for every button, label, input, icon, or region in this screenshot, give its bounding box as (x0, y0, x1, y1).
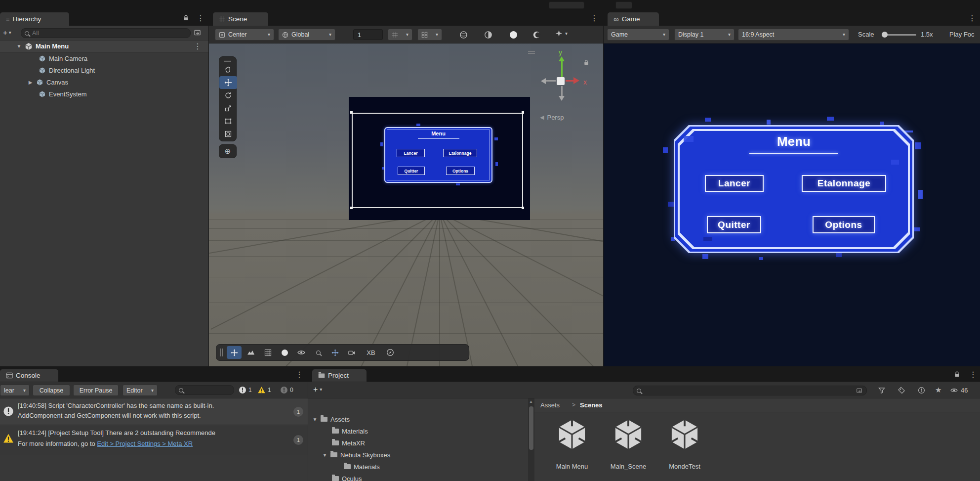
scene-menu-button[interactable]: Etalonnage (443, 149, 477, 157)
rect-handle[interactable] (522, 207, 524, 209)
toolbar-button-clipped[interactable] (549, 1, 584, 9)
tree-row[interactable]: Materials (308, 425, 528, 437)
game-menu-button-options[interactable]: Options (813, 216, 875, 233)
foldout-icon[interactable]: ▼ (322, 452, 327, 458)
axis-negy-arrowhead[interactable] (559, 96, 565, 101)
search-filter-icon[interactable] (856, 388, 863, 394)
scene-audio-icon[interactable] (510, 31, 517, 39)
scale-slider[interactable] (882, 32, 916, 38)
scroll-up-icon[interactable]: ▲ (529, 399, 533, 404)
overlay-visibility-button[interactable] (294, 346, 309, 359)
tab-console[interactable]: Console (0, 369, 58, 382)
tab-hierarchy[interactable]: ≡ Hierarchy (0, 12, 69, 26)
foldout-icon[interactable]: ▼ (312, 417, 318, 422)
tab-scene[interactable]: Scene (213, 12, 268, 26)
hierarchy-search-input[interactable] (32, 30, 187, 37)
overlay-terrain-button[interactable] (244, 346, 258, 359)
console-log-entry[interactable]: [19:40:58] Script 'CharacterController' … (0, 398, 308, 425)
hierarchy-menu-icon[interactable]: ⋮ (197, 14, 204, 22)
asset-item[interactable]: Main Menu (545, 416, 599, 476)
overlay-compass-button[interactable] (383, 346, 398, 359)
scale-tool-button[interactable] (219, 102, 237, 115)
tab-project[interactable]: Project (312, 369, 367, 382)
tree-row[interactable]: Materials (308, 461, 528, 473)
info-count[interactable]: 1 (239, 386, 252, 394)
breadcrumb-root[interactable]: Assets (540, 401, 560, 409)
scene-menu-button[interactable]: Options (446, 167, 475, 175)
rect-handle[interactable] (522, 111, 524, 114)
scene-menu-button[interactable]: Quitter (398, 167, 425, 175)
warning-count[interactable]: 1 (257, 386, 271, 394)
scene-viewport[interactable]: Menu Lancer Etalonnage Quitter Options (209, 44, 603, 366)
console-log-entry[interactable]: [19:41:24] [Project Setup Tool] There ar… (0, 426, 308, 454)
game-menu-button-lancer[interactable]: Lancer (705, 175, 764, 192)
create-asset-button[interactable]: + ▾ (313, 385, 322, 394)
foldout-icon[interactable]: ▶ (28, 80, 33, 85)
scene-fx-toggle-icon[interactable] (532, 31, 541, 39)
search-filter-icon[interactable] (194, 29, 202, 37)
rotate-tool-button[interactable] (219, 89, 237, 102)
hierarchy-item[interactable]: EventSystem (0, 88, 208, 100)
favorites-star-icon[interactable]: ★ (935, 386, 941, 394)
error-pause-button[interactable]: Error Pause (73, 385, 119, 396)
game-target-dropdown[interactable]: Game ▾ (607, 29, 669, 41)
game-viewport[interactable]: Menu Lancer Etalonnage Quitter Options (604, 44, 980, 366)
scene-row-main-menu[interactable]: ▼ Main Menu ⋮ (0, 41, 208, 52)
console-search-input[interactable] (186, 387, 230, 394)
asset-item[interactable]: MondeTest (657, 416, 712, 476)
hidden-packages-toggle[interactable]: 46 (950, 387, 968, 394)
collapse-button[interactable]: Collapse (33, 385, 70, 396)
drag-handle-icon[interactable] (220, 349, 223, 356)
game-menu-button-quitter[interactable]: Quitter (707, 216, 761, 233)
axis-negx-arrowhead[interactable] (541, 78, 546, 84)
breadcrumb-current[interactable]: Scenes (580, 401, 603, 409)
hierarchy-item[interactable]: Directional Light (0, 64, 208, 76)
tree-scrollbar[interactable]: ▲ (528, 398, 534, 481)
editor-dropdown[interactable]: Editor ▾ (122, 385, 158, 396)
scene-menu-icon[interactable]: ⋮ (590, 14, 598, 22)
scene-fx-dropdown[interactable]: ▾ (555, 30, 568, 37)
project-search-input[interactable] (644, 387, 853, 394)
display-dropdown[interactable]: Display 1 ▾ (674, 29, 735, 41)
orientation-dropdown[interactable]: Global ▾ (278, 29, 335, 41)
hierarchy-item[interactable]: ▶ Canvas (0, 76, 208, 88)
wireframe-sphere-icon[interactable] (459, 31, 468, 39)
overlay-sphere-button[interactable] (277, 346, 292, 359)
clear-button[interactable]: lear ▾ (0, 385, 30, 396)
drag-handle-icon[interactable] (224, 60, 231, 62)
axis-x-arrowhead[interactable] (573, 77, 579, 84)
console-menu-icon[interactable]: ⋮ (295, 371, 303, 379)
gizmo-lock-icon[interactable] (583, 59, 589, 66)
pivot-dropdown[interactable]: Center ▾ (215, 29, 274, 41)
scene-row-menu-icon[interactable]: ⋮ (194, 43, 202, 50)
scale-slider-knob[interactable] (882, 32, 888, 38)
projection-label[interactable]: ◀ Persp (540, 114, 564, 121)
toolbar-button-clipped[interactable] (615, 1, 632, 9)
overlay-move-button[interactable] (227, 346, 242, 359)
error-count[interactable]: 0 (280, 386, 293, 394)
transform-tool-button[interactable] (219, 128, 237, 140)
aspect-dropdown[interactable]: 16:9 Aspect ▾ (738, 29, 849, 41)
search-by-type-icon[interactable] (878, 387, 886, 394)
scrollbar-thumb[interactable] (529, 406, 533, 450)
play-focused-dropdown[interactable]: Play Foc (949, 31, 980, 38)
overlay-paint-grid-button[interactable] (260, 346, 275, 359)
grid-snap-dropdown[interactable]: ▾ (388, 29, 412, 41)
project-menu-icon[interactable]: ⋮ (969, 371, 977, 379)
tree-row[interactable]: MetaXR (308, 437, 528, 449)
tab-game[interactable]: ∞ Game (608, 12, 659, 26)
rect-handle[interactable] (350, 111, 353, 114)
scene-menu-button[interactable]: Lancer (397, 149, 425, 157)
rect-handle[interactable] (350, 207, 353, 209)
overlay-camera-button[interactable] (344, 346, 359, 359)
lock-icon[interactable] (183, 14, 189, 21)
rect-tool-button[interactable] (219, 115, 237, 128)
search-by-label-icon[interactable] (898, 387, 905, 394)
lock-icon[interactable] (954, 371, 960, 378)
foldout-icon[interactable]: ▼ (16, 44, 22, 49)
add-object-button[interactable]: + ▾ (3, 28, 11, 37)
grid-size-field[interactable] (353, 29, 383, 40)
increment-snap-dropdown[interactable]: ▾ (417, 29, 442, 41)
custom-tool-button[interactable]: ⊕ (219, 144, 237, 158)
game-menu-button-etalonnage[interactable]: Etalonnage (802, 175, 886, 192)
